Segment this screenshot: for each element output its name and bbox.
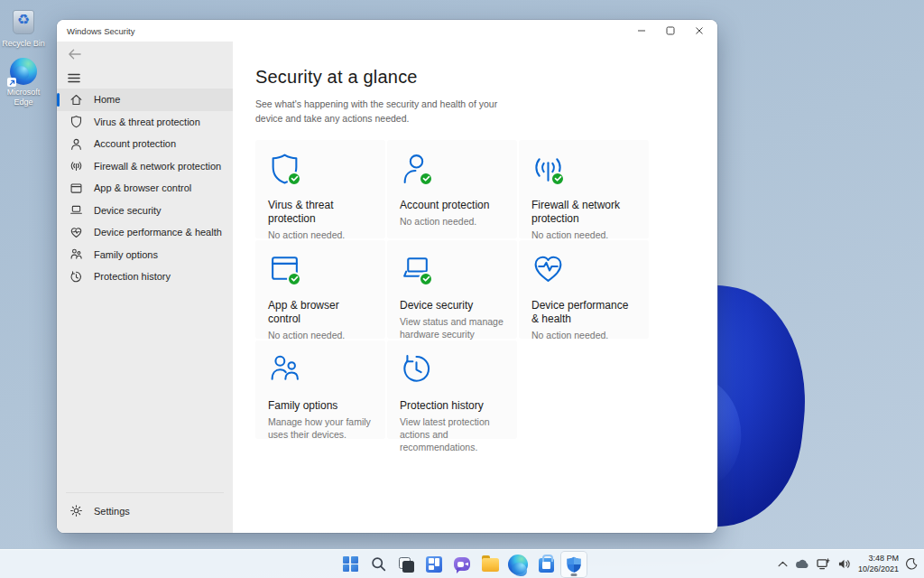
card-account-protection[interactable]: Account protection No action needed. bbox=[387, 140, 517, 238]
sidebar-item-label: Device security bbox=[94, 205, 162, 216]
card-virus-threat-protection[interactable]: Virus & threat protection No action need… bbox=[255, 140, 385, 238]
card-title: Virus & threat protection bbox=[268, 199, 373, 226]
recycle-bin-icon: ♻ bbox=[9, 7, 38, 36]
heart-icon bbox=[69, 226, 83, 239]
card-device-performance-health[interactable]: Device performance & health No action ne… bbox=[519, 240, 649, 339]
close-button[interactable] bbox=[685, 20, 714, 42]
hamburger-icon bbox=[68, 73, 80, 83]
store-button[interactable] bbox=[533, 552, 559, 577]
start-button[interactable] bbox=[337, 552, 363, 577]
cloud-icon bbox=[795, 559, 809, 569]
sidebar-item-protection-history[interactable]: Protection history bbox=[57, 266, 233, 288]
card-title: Device security bbox=[400, 299, 504, 312]
history-icon bbox=[69, 270, 83, 284]
clock[interactable]: 3:48 PM 10/26/2021 bbox=[858, 554, 899, 574]
windows-security-shield-icon bbox=[565, 555, 583, 573]
settings-label: Settings bbox=[94, 506, 130, 517]
green-check-icon bbox=[287, 172, 301, 186]
navigation-menu-button[interactable] bbox=[65, 70, 83, 86]
back-button[interactable] bbox=[65, 46, 83, 62]
card-description: Manage how your family uses their device… bbox=[268, 415, 373, 441]
onedrive-tray-button[interactable] bbox=[795, 559, 809, 569]
card-device-security[interactable]: Device security View status and manage h… bbox=[387, 240, 517, 339]
focus-assist-button[interactable] bbox=[906, 558, 918, 570]
sidebar: Home Virus & threat protection Account p… bbox=[57, 42, 233, 533]
desktop-icon-microsoft-edge[interactable]: Microsoft Edge bbox=[0, 58, 48, 107]
sidebar-item-label: Account protection bbox=[94, 138, 176, 149]
laptop-icon bbox=[69, 203, 83, 217]
widgets-icon bbox=[426, 556, 442, 573]
card-description: No action needed. bbox=[531, 329, 636, 341]
card-description: No action needed. bbox=[531, 228, 636, 241]
card-family-options[interactable]: Family options Manage how your family us… bbox=[255, 340, 385, 439]
close-icon bbox=[695, 26, 704, 35]
file-explorer-icon bbox=[482, 558, 499, 572]
store-icon bbox=[539, 558, 554, 573]
search-button[interactable] bbox=[365, 552, 391, 577]
chat-button[interactable] bbox=[449, 552, 475, 577]
green-check-icon bbox=[419, 272, 433, 286]
tray-expand-button[interactable] bbox=[778, 561, 788, 567]
history-icon bbox=[400, 352, 433, 386]
task-view-button[interactable] bbox=[393, 552, 419, 577]
sidebar-divider bbox=[66, 492, 224, 493]
sidebar-item-device-security[interactable]: Device security bbox=[57, 200, 233, 222]
sidebar-item-app-browser-control[interactable]: App & browser control bbox=[57, 177, 233, 200]
edge-icon bbox=[508, 555, 528, 574]
network-icon bbox=[817, 558, 830, 570]
window-title: Windows Security bbox=[67, 26, 135, 36]
security-card-grid: Virus & threat protection No action need… bbox=[255, 140, 717, 439]
sidebar-item-settings[interactable]: Settings bbox=[57, 500, 233, 523]
card-protection-history[interactable]: Protection history View latest protectio… bbox=[387, 340, 517, 439]
minimize-button[interactable] bbox=[627, 20, 656, 42]
sidebar-item-label: Protection history bbox=[94, 271, 171, 282]
card-app-browser-control[interactable]: App & browser control No action needed. bbox=[255, 240, 385, 339]
page-subtitle: See what's happening with the security a… bbox=[255, 98, 519, 126]
moon-icon bbox=[906, 558, 918, 570]
signal-icon bbox=[69, 159, 83, 172]
green-check-icon bbox=[287, 272, 301, 286]
home-icon bbox=[69, 93, 83, 107]
speaker-icon bbox=[837, 558, 851, 570]
sidebar-item-family-options[interactable]: Family options bbox=[57, 244, 233, 266]
card-description: No action needed. bbox=[400, 215, 504, 228]
card-title: Account protection bbox=[400, 199, 504, 212]
sidebar-item-home[interactable]: Home bbox=[57, 89, 233, 111]
card-description: No action needed. bbox=[268, 228, 373, 241]
maximize-button[interactable] bbox=[656, 20, 685, 42]
windows-logo-icon bbox=[343, 556, 358, 572]
desktop-icon-recycle-bin[interactable]: ♻ Recycle Bin bbox=[0, 7, 48, 49]
sidebar-item-label: Home bbox=[94, 94, 120, 105]
card-description: No action needed. bbox=[268, 329, 373, 341]
sidebar-item-label: Device performance & health bbox=[94, 227, 222, 238]
sidebar-item-virus-threat-protection[interactable]: Virus & threat protection bbox=[57, 111, 233, 134]
card-title: Protection history bbox=[400, 399, 504, 413]
card-description: View latest protection actions and recom… bbox=[400, 415, 504, 454]
green-check-icon bbox=[419, 172, 433, 186]
edge-button[interactable] bbox=[505, 552, 531, 577]
widgets-button[interactable] bbox=[421, 552, 447, 577]
sidebar-item-device-performance-health[interactable]: Device performance & health bbox=[57, 221, 233, 244]
windows-security-taskbar-button[interactable] bbox=[561, 552, 587, 577]
card-firewall-network-protection[interactable]: Firewall & network protection No action … bbox=[519, 140, 649, 238]
windows-security-window: Windows Security Home bbox=[57, 20, 717, 533]
card-title: Family options bbox=[268, 399, 373, 413]
sidebar-nav: Home Virus & threat protection Account p… bbox=[57, 89, 233, 288]
network-tray-button[interactable] bbox=[817, 558, 830, 570]
volume-tray-button[interactable] bbox=[837, 558, 851, 570]
search-icon bbox=[371, 556, 386, 572]
card-title: Firewall & network protection bbox=[531, 199, 636, 226]
sidebar-item-firewall-network-protection[interactable]: Firewall & network protection bbox=[57, 155, 233, 178]
maximize-icon bbox=[666, 26, 675, 35]
card-title: Device performance & health bbox=[531, 299, 636, 326]
main-content: Security at a glance See what's happenin… bbox=[233, 42, 717, 533]
shortcut-arrow-icon bbox=[7, 78, 16, 87]
sidebar-item-label: Virus & threat protection bbox=[94, 117, 200, 127]
titlebar[interactable]: Windows Security bbox=[57, 20, 717, 42]
app-window-icon bbox=[69, 182, 83, 195]
card-title: App & browser control bbox=[268, 299, 373, 326]
edge-icon bbox=[10, 58, 37, 85]
file-explorer-button[interactable] bbox=[477, 552, 503, 577]
task-view-icon bbox=[393, 552, 419, 577]
sidebar-item-account-protection[interactable]: Account protection bbox=[57, 133, 233, 155]
